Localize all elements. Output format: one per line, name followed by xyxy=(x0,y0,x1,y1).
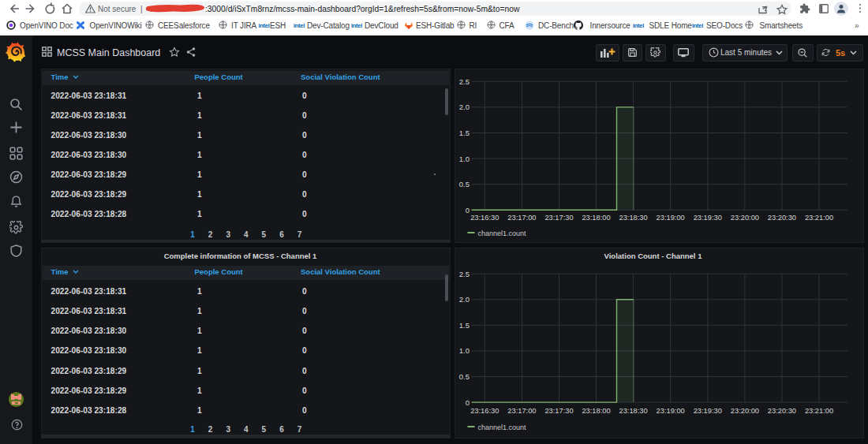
svg-text:2.5: 2.5 xyxy=(459,76,470,85)
svg-text:23:16:30: 23:16:30 xyxy=(470,213,499,221)
svg-text:23:17:30: 23:17:30 xyxy=(544,213,573,221)
svg-text:0.5: 0.5 xyxy=(459,372,470,381)
svg-text:2.5: 2.5 xyxy=(459,269,470,278)
svg-text:23:19:30: 23:19:30 xyxy=(694,213,722,221)
svg-text:23:17:00: 23:17:00 xyxy=(507,407,536,415)
svg-text:23:18:00: 23:18:00 xyxy=(582,407,610,415)
svg-text:23:18:30: 23:18:30 xyxy=(619,213,647,221)
svg-text:23:16:30: 23:16:30 xyxy=(470,407,499,415)
svg-text:23:21:00: 23:21:00 xyxy=(805,407,833,415)
svg-text:23:19:30: 23:19:30 xyxy=(694,407,722,415)
svg-text:0: 0 xyxy=(466,397,470,406)
svg-text:23:20:00: 23:20:00 xyxy=(731,407,759,415)
svg-text:1.0: 1.0 xyxy=(459,154,470,162)
svg-text:23:18:30: 23:18:30 xyxy=(619,407,647,415)
svg-text:1.0: 1.0 xyxy=(459,346,470,355)
svg-text:23:18:00: 23:18:00 xyxy=(582,213,610,221)
svg-text:channel1.count: channel1.count xyxy=(478,423,527,431)
svg-text:23:17:00: 23:17:00 xyxy=(507,213,536,221)
svg-text:23:19:00: 23:19:00 xyxy=(657,213,685,221)
svg-text:0.5: 0.5 xyxy=(459,180,470,188)
svg-text:23:19:00: 23:19:00 xyxy=(657,407,685,415)
svg-text:2.0: 2.0 xyxy=(459,295,470,304)
svg-text:0: 0 xyxy=(466,205,470,214)
svg-text:23:20:30: 23:20:30 xyxy=(768,407,796,415)
svg-text:23:20:00: 23:20:00 xyxy=(731,213,759,221)
svg-text:23:21:00: 23:21:00 xyxy=(805,213,833,221)
svg-text:1.5: 1.5 xyxy=(459,320,470,329)
svg-text:1.5: 1.5 xyxy=(459,129,470,137)
svg-text:23:20:30: 23:20:30 xyxy=(768,213,796,221)
svg-text:2.0: 2.0 xyxy=(459,103,470,111)
svg-text:23:17:30: 23:17:30 xyxy=(544,407,573,415)
svg-text:channel1.count: channel1.count xyxy=(478,229,527,237)
